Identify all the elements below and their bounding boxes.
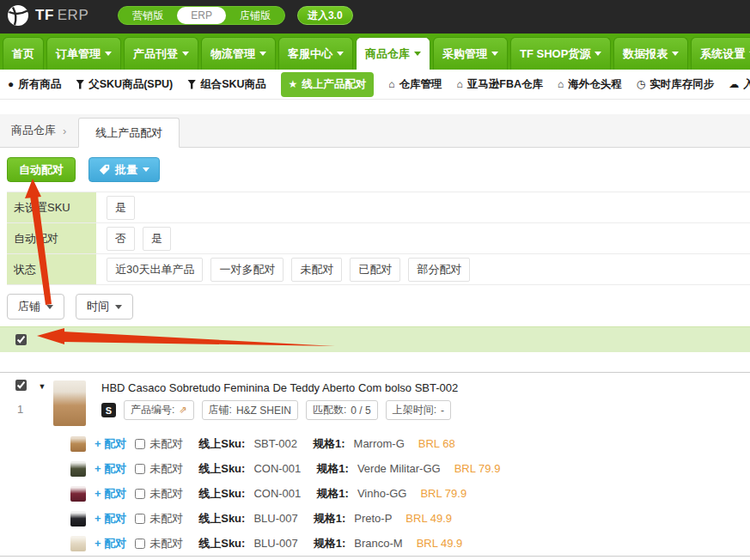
tab-online-product-matching[interactable]: 线上产品配对	[78, 118, 180, 148]
variant-row: + 配对 未配对 线上Sku: BLU-007 规格1: Branco-M BR…	[0, 531, 750, 556]
variant-thumbnail[interactable]	[70, 461, 86, 477]
batch-dropdown-button[interactable]: 批量	[88, 157, 160, 182]
subnav-online-matching[interactable]: ★线上产品配对	[281, 72, 375, 97]
nav-tab-purchase[interactable]: 采购管理	[433, 37, 508, 70]
nav-tab-label: 采购管理	[442, 46, 487, 62]
chevron-down-icon	[105, 52, 112, 56]
time-dropdown-label: 时间	[87, 299, 109, 314]
enter-3-0-button[interactable]: 进入3.0	[297, 6, 353, 25]
collapse-toggle[interactable]: ▼	[31, 380, 53, 426]
product-checkbox[interactable]	[15, 380, 27, 391]
select-all-checkbox[interactable]	[15, 334, 27, 345]
variant-thumbnail[interactable]	[70, 436, 86, 452]
filter-option[interactable]: 一对多配对	[210, 258, 284, 282]
subnav-inbound[interactable]: ☁入库	[729, 77, 750, 92]
star-icon: ★	[289, 78, 298, 90]
subnav-overseas[interactable]: ⌂海外仓头程	[558, 77, 622, 92]
external-link-icon[interactable]: ⇗	[179, 405, 186, 416]
unmatched-checkbox[interactable]	[135, 539, 145, 549]
nav-tab-home[interactable]: 首页	[3, 37, 44, 70]
segment-erp[interactable]: ERP	[177, 7, 226, 24]
match-button[interactable]: + 配对	[95, 461, 126, 477]
plus-icon: +	[95, 537, 101, 550]
filter-option[interactable]: 是	[107, 196, 135, 220]
price: BRL 49.9	[405, 512, 452, 525]
plus-icon: +	[95, 462, 101, 475]
product-code-chip: 产品编号: ⇗	[124, 400, 194, 420]
subnav-label: 实时库存同步	[649, 77, 714, 92]
filter-row-unset-sku: 未设置SKU 是	[7, 192, 750, 223]
sku-label: 线上Sku:	[198, 536, 245, 551]
spec-value: Marrom-G	[354, 437, 405, 450]
shop-label: 店铺:	[209, 403, 232, 417]
filter-option[interactable]: 是	[143, 227, 171, 251]
nav-tab-settings[interactable]: 系统设置	[691, 37, 750, 70]
shop-dropdown[interactable]: 店铺	[7, 294, 64, 320]
unmatched-checkbox[interactable]	[135, 439, 145, 449]
filter-option[interactable]: 否	[107, 227, 135, 251]
match-button-label: 配对	[104, 512, 126, 525]
nav-tab-warehouse[interactable]: 商品仓库	[356, 37, 430, 70]
unmatched-toggle: 未配对	[135, 436, 183, 452]
nav-tab-logistics[interactable]: 物流管理	[201, 37, 276, 70]
nav-tab-orders[interactable]: 订单管理	[46, 37, 121, 70]
sku-value: BLU-007	[253, 512, 297, 525]
subnav-all-products[interactable]: ●所有商品	[8, 77, 61, 92]
filter-option[interactable]: 近30天出单产品	[107, 258, 203, 282]
segment-shop[interactable]: 店铺版	[226, 7, 284, 24]
nav-tab-label: 首页	[12, 46, 34, 62]
time-dropdown[interactable]: 时间	[76, 294, 133, 320]
filter-option[interactable]: 部分配对	[408, 258, 470, 282]
chevron-down-icon	[259, 52, 266, 56]
nav-tab-label: TF SHOP货源	[520, 46, 590, 62]
match-button[interactable]: + 配对	[95, 536, 126, 551]
product-thumbnail[interactable]	[53, 380, 86, 426]
chevron-down-icon	[414, 52, 421, 56]
brand-erp: ERP	[58, 7, 88, 23]
subnav-combo-sku[interactable]: 组合SKU商品	[187, 77, 265, 92]
listed-time-chip: 上架时间: -	[386, 400, 451, 420]
subnav-warehouse-mgmt[interactable]: ⌂仓库管理	[388, 77, 442, 92]
subnav-label: 亚马逊FBA仓库	[467, 77, 543, 92]
price: BRL 49.9	[417, 537, 463, 550]
breadcrumb-parent[interactable]: 商品仓库	[11, 123, 56, 138]
filter-option[interactable]: 已配对	[350, 258, 400, 282]
product-card: 1 ▼ HBD Casaco Sobretudo Feminina De Ted…	[0, 373, 750, 431]
unmatched-checkbox[interactable]	[135, 514, 145, 524]
subnav-realtime-sync[interactable]: ◷实时库存同步	[637, 77, 714, 92]
spec-label: 规格1:	[314, 536, 346, 551]
unmatched-checkbox[interactable]	[135, 489, 145, 499]
filter-row-status: 状态 近30天出单产品 一对多配对 未配对 已配对 部分配对	[7, 254, 750, 285]
tag-icon	[99, 164, 110, 175]
plus-icon: +	[95, 487, 101, 500]
subnav-parent-sku[interactable]: 父SKU商品(SPU)	[76, 77, 173, 92]
nav-tab-reports[interactable]: 数据报表	[613, 37, 688, 70]
match-button[interactable]: + 配对	[95, 511, 126, 527]
variant-row: + 配对 未配对 线上Sku: SBT-002 规格1: Marrom-G BR…	[0, 431, 750, 456]
sku-label: 线上Sku:	[198, 486, 245, 502]
unmatched-checkbox[interactable]	[135, 464, 145, 474]
variant-thumbnail[interactable]	[70, 511, 86, 527]
subnav-amazon-fba[interactable]: ⌂亚马逊FBA仓库	[457, 77, 543, 92]
match-button-label: 配对	[104, 462, 126, 475]
row-index: 1	[15, 403, 23, 416]
match-button[interactable]: + 配对	[95, 486, 126, 502]
plus-icon: +	[95, 512, 101, 525]
nav-tab-listing[interactable]: 产品刊登	[124, 37, 198, 70]
variant-thumbnail[interactable]	[70, 536, 86, 551]
auto-match-button[interactable]: 自动配对	[7, 157, 76, 182]
filter-icon	[187, 80, 196, 89]
toolbar: 自动配对 批量	[7, 157, 750, 182]
filter-option[interactable]: 未配对	[291, 258, 342, 282]
match-button[interactable]: + 配对	[95, 436, 126, 452]
sku-value: SBT-002	[253, 437, 297, 450]
nav-tab-label: 产品刊登	[133, 46, 178, 62]
cloud-icon: ☁	[729, 78, 739, 90]
nav-tab-service[interactable]: 客服中心	[278, 37, 353, 70]
unmatched-toggle: 未配对	[135, 536, 183, 551]
variant-thumbnail[interactable]	[70, 486, 86, 502]
segment-marketing[interactable]: 营销版	[119, 7, 177, 24]
home-icon: ⌂	[388, 78, 394, 90]
nav-tab-tfshop[interactable]: TF SHOP货源	[510, 37, 611, 70]
breadcrumb: 商品仓库 ›	[0, 114, 78, 147]
